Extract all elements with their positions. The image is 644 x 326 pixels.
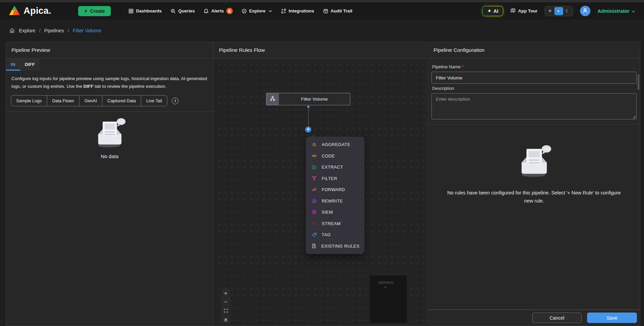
menu-item-existing-rules[interactable]: EXISTING RULES xyxy=(306,241,364,252)
breadcrumb: Explore / Pipelines / Filter Volume xyxy=(0,20,644,42)
breadcrumb-separator: / xyxy=(39,28,40,33)
nav-item-integrations[interactable]: Integrations xyxy=(281,8,314,14)
grid-icon xyxy=(128,8,134,14)
preview-source-group: Sample Logs Data Flows GenAI Captured Da… xyxy=(11,95,167,106)
flow-panel-title: Pipeline Rules Flow xyxy=(214,42,426,59)
brand-logo[interactable]: Apica. xyxy=(9,5,69,17)
description-textarea[interactable] xyxy=(431,93,637,119)
user-menu[interactable]: Administrator xyxy=(598,8,635,14)
user-avatar[interactable] xyxy=(580,6,590,16)
flow-node-filter-volume[interactable]: Filter Volume xyxy=(266,93,350,105)
compass-icon xyxy=(242,8,247,14)
audit-calendar-icon xyxy=(323,8,328,14)
preview-description: Configure log inputs for pipeline previe… xyxy=(6,71,213,92)
info-icon[interactable]: i xyxy=(172,98,179,104)
menu-item-stream[interactable]: STREAM xyxy=(306,218,364,229)
pipeline-preview-panel: Pipeline Preview IN DIFF Configure log i… xyxy=(6,42,214,326)
panel-scrollbar[interactable] xyxy=(638,74,639,90)
breadcrumb-pipelines[interactable]: Pipelines xyxy=(44,28,64,33)
alerts-count-badge: 8 xyxy=(226,8,233,14)
fit-view-button[interactable] xyxy=(221,306,230,315)
pipeline-configuration-panel: Pipeline Configuration Pipeline Name* De… xyxy=(428,42,640,326)
share-arrow-icon xyxy=(311,187,317,192)
sparkle-icon: ✦ xyxy=(487,8,491,13)
genai-button[interactable]: GenAI xyxy=(79,96,102,106)
app-root: Apica. + Create Dashboards Q xyxy=(0,0,644,326)
theme-toggle: ☀ ◐ ☾ xyxy=(545,6,573,16)
theme-light-button[interactable]: ☀ xyxy=(546,7,554,15)
apica-triangle-logo-icon xyxy=(9,5,20,17)
captured-data-button[interactable]: Captured Data xyxy=(102,96,141,106)
no-rules-illustration xyxy=(513,174,556,180)
config-footer: Cancel Save xyxy=(428,310,640,326)
funnel-icon xyxy=(311,176,317,181)
map-icon xyxy=(510,8,516,14)
menu-item-siem[interactable]: SIEM xyxy=(306,207,364,218)
menu-item-aggregate[interactable]: AGGREGATE xyxy=(306,139,364,150)
bell-icon xyxy=(203,8,209,14)
breadcrumb-explore[interactable]: Explore xyxy=(19,28,35,33)
preview-panel-title: Pipeline Preview xyxy=(6,42,213,59)
home-icon[interactable] xyxy=(9,27,15,34)
create-button[interactable]: + Create xyxy=(78,6,111,16)
menu-item-forward[interactable]: FORWARD xyxy=(306,184,364,195)
navbar-right-cluster: ✦ AI App Tour ☀ ◐ ☾ xyxy=(482,6,635,16)
shield-icon xyxy=(311,210,317,215)
menu-item-rewrite[interactable]: REWRITE xyxy=(306,195,364,207)
folder-extract-icon xyxy=(311,165,317,170)
canvas-zoom-controls: + − xyxy=(221,289,230,324)
data-flows-button[interactable]: Data Flows xyxy=(47,96,79,106)
sample-logs-button[interactable]: Sample Logs xyxy=(11,96,47,106)
no-rules-text: No rules have been configured for this p… xyxy=(447,189,622,205)
breadcrumb-separator: / xyxy=(68,28,69,33)
config-empty-state: No rules have been configured for this p… xyxy=(428,124,640,205)
menu-item-filter[interactable]: FILTER xyxy=(306,173,364,184)
moon-icon: ☾ xyxy=(566,8,570,13)
waves-icon xyxy=(311,221,317,226)
save-button[interactable]: Save xyxy=(587,313,637,323)
nav-item-explore[interactable]: Explore xyxy=(242,8,272,14)
app-tour-button[interactable]: App Tour xyxy=(510,8,538,14)
gear-icon xyxy=(311,142,317,147)
flow-minimap[interactable] xyxy=(370,276,407,323)
add-rule-button[interactable]: + xyxy=(305,126,311,133)
window-top-strip xyxy=(0,0,644,2)
menu-item-code[interactable]: </> CODE xyxy=(306,150,364,162)
preview-tabs: IN DIFF xyxy=(6,59,40,71)
flow-canvas[interactable]: Filter Volume + AGGREGATE </> CODE xyxy=(214,59,426,326)
no-data-label: No data xyxy=(6,153,213,159)
live-tail-button[interactable]: Live Tail xyxy=(141,96,167,106)
pipeline-name-input[interactable] xyxy=(431,72,637,84)
user-name: Administrator xyxy=(598,8,630,14)
menu-item-extract[interactable]: EXTRACT xyxy=(306,161,364,173)
required-asterisk: * xyxy=(462,64,463,69)
zoom-in-button[interactable]: + xyxy=(221,289,230,298)
minimap-node xyxy=(378,281,393,284)
theme-dark-button[interactable]: ☾ xyxy=(563,7,572,15)
preview-empty-state: No data xyxy=(6,112,213,159)
nav-item-audit-trail[interactable]: Audit Trail xyxy=(323,8,352,14)
minimap-dot xyxy=(385,286,386,288)
pipeline-name-label: Pipeline Name* xyxy=(432,64,637,69)
ai-assistant-button[interactable]: ✦ AI xyxy=(482,6,503,16)
tab-in[interactable]: IN xyxy=(6,59,20,71)
theme-auto-button[interactable]: ◐ xyxy=(554,7,563,15)
menu-item-tag[interactable]: TAG xyxy=(306,229,364,241)
connection-edge xyxy=(308,108,309,127)
nav-item-alerts[interactable]: Alerts 8 xyxy=(203,8,232,14)
nav-item-dashboards[interactable]: Dashboards xyxy=(128,8,162,14)
tag-icon xyxy=(311,232,317,238)
zoom-out-button[interactable]: − xyxy=(221,298,230,306)
chevron-down-icon xyxy=(632,8,635,14)
tab-diff[interactable]: DIFF xyxy=(20,59,40,71)
lock-icon[interactable] xyxy=(221,315,230,324)
search-icon xyxy=(170,8,176,14)
pipeline-rules-flow-panel: Pipeline Rules Flow Filter Volume + xyxy=(214,42,426,326)
brand-name: Apica. xyxy=(24,6,51,16)
add-rule-menu: AGGREGATE </> CODE EXTRACT xyxy=(306,137,364,254)
chevron-down-icon xyxy=(268,10,272,12)
cancel-button[interactable]: Cancel xyxy=(532,313,582,323)
nav-item-queries[interactable]: Queries xyxy=(170,8,195,14)
sun-icon: ☀ xyxy=(548,8,552,13)
integrations-icon xyxy=(281,8,286,14)
